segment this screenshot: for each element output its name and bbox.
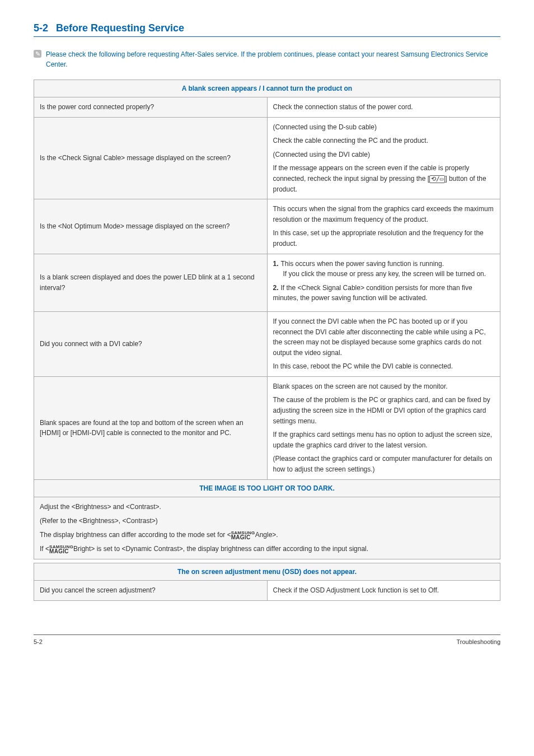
answer-para: If you connect the DVI cable when the PC… bbox=[273, 316, 495, 358]
heading-rule bbox=[34, 36, 500, 37]
answer-para: The cause of the problem is the PC or gr… bbox=[273, 395, 495, 426]
answer-cell: Check if the OSD Adjustment Lock functio… bbox=[267, 581, 500, 601]
answer-para: In this case, reboot the PC while the DV… bbox=[273, 361, 495, 372]
question-cell: Is the <Check Signal Cable> message disp… bbox=[34, 117, 268, 199]
troubleshooting-table-2: The on screen adjustment menu (OSD) does… bbox=[34, 563, 500, 601]
band-para: (Refer to the <Brightness>, <Contrast>) bbox=[40, 516, 494, 526]
heading-number: 5-2 bbox=[34, 22, 48, 34]
band-para: The display brightness can differ accord… bbox=[40, 530, 494, 540]
samsung-magic-logo: SAMSUNGMAGIC bbox=[231, 531, 255, 540]
answer-cell: Check the connection status of the power… bbox=[267, 97, 500, 118]
table1-header: A blank screen appears / I cannot turn t… bbox=[34, 80, 500, 97]
page-footer: 5-2 Troubleshooting bbox=[34, 634, 500, 645]
footer-right: Troubleshooting bbox=[457, 638, 500, 645]
band-text: Angle>. bbox=[255, 531, 278, 539]
answer-cell: (Connected using the D-sub cable) Check … bbox=[267, 117, 500, 199]
adjustment-instructions: Adjust the <Brightness> and <Contrast>. … bbox=[34, 497, 500, 559]
answer-cell: This occurs when the signal from the gra… bbox=[267, 199, 500, 254]
answer-para: Check the cable connecting the PC and th… bbox=[273, 136, 495, 146]
table-row: Is the <Check Signal Cable> message disp… bbox=[34, 117, 500, 199]
samsung-magic-logo: SAMSUNGMAGIC bbox=[49, 545, 73, 554]
answer-para: (Connected using the D-sub cable) bbox=[273, 122, 495, 133]
table-row: Did you connect with a DVI cable? If you… bbox=[34, 311, 500, 376]
table-row: Is the power cord connected properly? Ch… bbox=[34, 97, 500, 118]
answer-para: (Please contact the graphics card or com… bbox=[273, 454, 495, 474]
page-heading: 5-2Before Requesting Service bbox=[34, 22, 500, 34]
band-para: Adjust the <Brightness> and <Contrast>. bbox=[40, 502, 494, 512]
question-cell: Did you cancel the screen adjustment? bbox=[34, 581, 268, 601]
source-button-icon: ⟲/▭ bbox=[429, 175, 445, 183]
answer-para: If the graphics card settings menu has n… bbox=[273, 430, 495, 450]
answer-cell: 1.This occurs when the power saving func… bbox=[267, 254, 500, 311]
numbered-list: 1.This occurs when the power saving func… bbox=[273, 259, 495, 304]
table1-header2: THE IMAGE IS TOO LIGHT OR TOO DARK. bbox=[34, 479, 500, 497]
table-row: Did you cancel the screen adjustment? Ch… bbox=[34, 581, 500, 601]
heading-title: Before Requesting Service bbox=[56, 22, 184, 34]
list-marker: 1. bbox=[273, 260, 279, 268]
table2-header: The on screen adjustment menu (OSD) does… bbox=[34, 563, 500, 581]
table-row: Is the <Not Optimum Mode> message displa… bbox=[34, 199, 500, 254]
list-continuation: If you click the mouse or press any key,… bbox=[283, 269, 495, 279]
question-cell: Is the <Not Optimum Mode> message displa… bbox=[34, 199, 268, 254]
question-cell: Is the power cord connected properly? bbox=[34, 97, 268, 118]
answer-para: This occurs when the signal from the gra… bbox=[273, 204, 495, 225]
band-text: If < bbox=[40, 545, 49, 553]
list-item: 2.If the <Check Signal Cable> condition … bbox=[273, 283, 495, 304]
band-text: Bright> is set to <Dynamic Contrast>, th… bbox=[73, 545, 368, 553]
list-marker: 2. bbox=[273, 284, 279, 292]
answer-para: Blank spaces on the screen are not cause… bbox=[273, 381, 495, 392]
answer-para: In this case, set up the appropriate res… bbox=[273, 228, 495, 249]
list-text: This occurs when the power saving functi… bbox=[281, 260, 444, 268]
list-text: If the <Check Signal Cable> condition pe… bbox=[273, 284, 472, 302]
note-text: Please check the following before reques… bbox=[46, 49, 500, 69]
table-row: Adjust the <Brightness> and <Contrast>. … bbox=[34, 497, 500, 559]
table-row: Blank spaces are found at the top and bo… bbox=[34, 376, 500, 479]
troubleshooting-table-1: A blank screen appears / I cannot turn t… bbox=[34, 80, 500, 559]
note-icon: ✎ bbox=[34, 50, 41, 58]
answer-cell: Blank spaces on the screen are not cause… bbox=[267, 376, 500, 479]
question-cell: Is a blank screen displayed and does the… bbox=[34, 254, 268, 311]
answer-para: If the message appears on the screen eve… bbox=[273, 163, 495, 194]
answer-para: (Connected using the DVI cable) bbox=[273, 150, 495, 160]
footer-left: 5-2 bbox=[34, 638, 43, 645]
question-cell: Did you connect with a DVI cable? bbox=[34, 311, 268, 376]
table-row: Is a blank screen displayed and does the… bbox=[34, 254, 500, 311]
note-block: ✎ Please check the following before requ… bbox=[34, 49, 500, 69]
question-cell: Blank spaces are found at the top and bo… bbox=[34, 376, 268, 479]
list-item: 1.This occurs when the power saving func… bbox=[273, 259, 495, 279]
answer-cell: If you connect the DVI cable when the PC… bbox=[267, 311, 500, 376]
band-text: The display brightness can differ accord… bbox=[40, 531, 231, 539]
band-para: If <SAMSUNGMAGICBright> is set to <Dynam… bbox=[40, 544, 494, 554]
